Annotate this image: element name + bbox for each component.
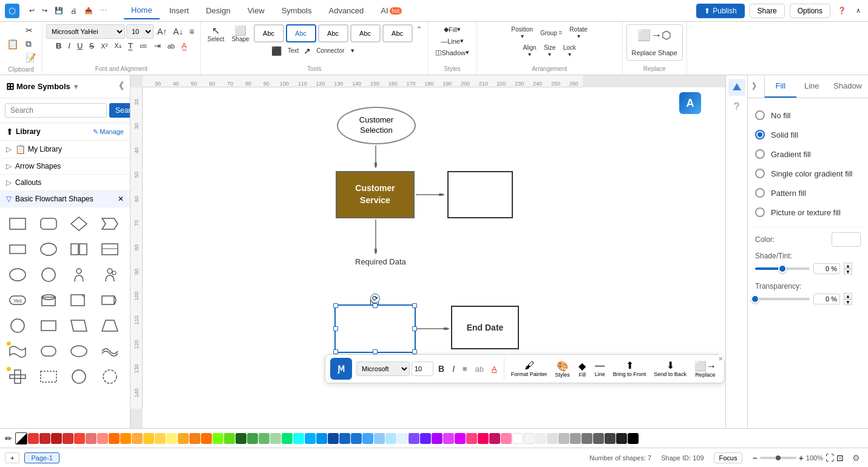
nav-tab-ai[interactable]: AI hot (373, 2, 409, 19)
customer-selection-shape[interactable]: Customer Selection (337, 107, 416, 144)
share-button[interactable]: Share (750, 4, 785, 18)
color-gray3[interactable] (547, 433, 558, 444)
add-library-icon[interactable]: + (111, 145, 115, 153)
ft-align-button[interactable]: ≡ (459, 363, 470, 375)
transparency-input[interactable] (813, 294, 840, 304)
ft-line[interactable]: ― Line (592, 358, 608, 379)
paste-button[interactable]: 📋 (4, 38, 22, 51)
handle-bl[interactable] (333, 349, 338, 354)
close-flowchart-icon[interactable]: ✕ (118, 195, 124, 203)
color-green6[interactable] (270, 433, 281, 444)
color-purple1[interactable] (409, 433, 419, 444)
zoom-thumb[interactable] (776, 455, 781, 460)
rp-help-icon[interactable]: ? (728, 98, 745, 115)
zoom-in-button[interactable]: + (799, 453, 804, 463)
shape-circle-item[interactable] (36, 263, 61, 286)
shape-circle4-item[interactable] (97, 365, 123, 388)
shape-trapezoid-item[interactable] (97, 314, 123, 337)
color-edit-icon[interactable]: ✏ (2, 432, 15, 445)
color-red3[interactable] (51, 433, 62, 444)
italic-button[interactable]: I (66, 40, 73, 52)
color-pink2[interactable] (455, 433, 466, 444)
shape-person2-item[interactable] (97, 263, 123, 286)
replace-shape-button[interactable]: ⬜→⬡ Replace Shape (626, 24, 683, 61)
transparency-down[interactable]: ▼ (844, 299, 852, 305)
shape-oval2-item[interactable] (66, 340, 92, 363)
color-pink4[interactable] (478, 433, 489, 444)
style-abc-1[interactable]: Abc (254, 24, 284, 42)
color-yellow4[interactable] (178, 433, 189, 444)
color-blue8[interactable] (385, 433, 396, 444)
my-library-item[interactable]: ▷ 📋 My Library + ✕ (0, 141, 130, 158)
manage-button[interactable]: ✎ Manage (93, 128, 124, 136)
shape-delay-item[interactable] (97, 289, 123, 312)
canvas-area[interactable]: 30 40 50 60 70 80 90 100 110 120 130 140… (131, 75, 725, 428)
group-button[interactable]: Group = (537, 28, 565, 38)
connector-more-button[interactable]: ▾ (348, 45, 357, 56)
shape-parallelogram-item[interactable] (66, 314, 92, 337)
color-blue7[interactable] (374, 433, 385, 444)
text-button[interactable]: Text (284, 45, 302, 56)
style-abc-2[interactable]: Abc (286, 24, 316, 42)
color-gray4[interactable] (558, 433, 569, 444)
ft-bring-front[interactable]: ⬆ Bring to Front (610, 358, 649, 380)
color-green1[interactable] (212, 433, 223, 444)
transparency-slider[interactable] (755, 298, 810, 300)
rotate-button[interactable]: Rotate▾ (566, 24, 590, 41)
fullscreen-button[interactable]: ⛶ (826, 453, 834, 463)
collapse-button[interactable]: ∧ (853, 5, 863, 16)
subscript-button[interactable]: X₂ (112, 41, 123, 51)
color-red7[interactable] (97, 433, 108, 444)
undo-button[interactable]: ↩ (27, 5, 37, 16)
nav-tab-symbols[interactable]: Symbols (274, 2, 319, 19)
size-button[interactable]: Size▾ (541, 42, 559, 59)
nav-tab-home[interactable]: Home (124, 2, 160, 19)
search-button[interactable]: Search (109, 103, 131, 118)
shape-oval-item[interactable] (36, 238, 61, 261)
list-button[interactable]: ≔ (137, 40, 150, 52)
color-blue4[interactable] (339, 433, 350, 444)
color-blue3[interactable] (328, 433, 339, 444)
color-red1[interactable] (28, 433, 39, 444)
color-blue5[interactable] (351, 433, 362, 444)
shape-split-item[interactable] (66, 238, 92, 261)
color-swatch[interactable] (832, 232, 861, 247)
color-gray7[interactable] (593, 433, 604, 444)
color-pink5[interactable] (489, 433, 500, 444)
shape-rounded-item[interactable] (36, 340, 61, 363)
shape-person-item[interactable] (66, 263, 92, 286)
color-yellow5[interactable] (189, 433, 200, 444)
nav-tab-design[interactable]: Design (198, 2, 237, 19)
underline-button[interactable]: U (75, 40, 85, 52)
fill-option-picture[interactable]: Picture or texture fill (755, 203, 861, 222)
shape-diamond-item[interactable] (66, 212, 92, 235)
settings-bottom-button[interactable]: ⚙ (849, 451, 863, 465)
close-arrow-icon[interactable]: ✕ (118, 162, 124, 170)
ft-format-painter[interactable]: 🖌 Format Painter (508, 358, 551, 380)
callouts-item[interactable]: ▷ Callouts ✕ (0, 175, 130, 191)
shape-chevron-item[interactable] (97, 212, 123, 235)
color-green5[interactable] (259, 433, 270, 444)
line-button[interactable]: ― Line ▾ (438, 36, 466, 46)
customer-service-shape[interactable]: Customer Service (336, 171, 415, 218)
color-blue9[interactable] (397, 433, 408, 444)
shape-note-item[interactable] (66, 289, 92, 312)
rotate-handle[interactable]: ⟳ (370, 294, 380, 303)
shape-wavy-item[interactable] (5, 340, 30, 363)
color-yellow2[interactable] (155, 433, 166, 444)
color-pink3[interactable] (466, 433, 477, 444)
color-purple2[interactable] (420, 433, 431, 444)
ft-fill[interactable]: ◆ Fill (575, 358, 590, 380)
font-color-button[interactable]: A̲ (179, 40, 189, 52)
ft-color-button[interactable]: A (489, 363, 500, 375)
cut-button[interactable]: ✂ (23, 24, 38, 36)
shadow-button[interactable]: ◫ Shadow ▾ (433, 47, 472, 58)
color-gray1[interactable] (524, 433, 535, 444)
color-purple3[interactable] (432, 433, 442, 444)
color-pink1[interactable] (443, 433, 454, 444)
shape-rect3-item[interactable] (36, 314, 61, 337)
transparency-up[interactable]: ▲ (844, 293, 852, 299)
style-abc-5[interactable]: Abc (382, 24, 413, 42)
search-input[interactable] (5, 103, 107, 118)
copy-button[interactable]: ⧉ (23, 38, 38, 50)
